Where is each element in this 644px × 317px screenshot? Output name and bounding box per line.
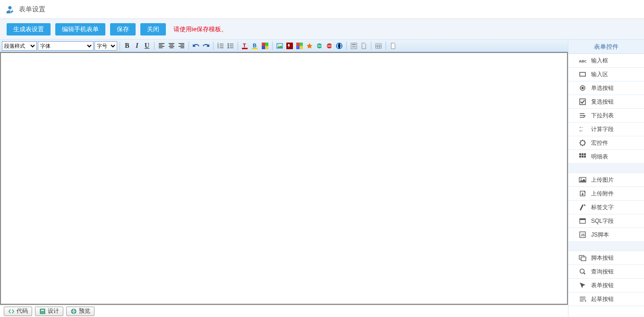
- text-color-icon[interactable]: T: [240, 41, 250, 51]
- bg-color-icon[interactable]: B: [250, 41, 260, 51]
- widget-calc[interactable]: +−×÷计算字段: [568, 123, 644, 136]
- widget-label: 标签文字: [591, 203, 614, 211]
- undo-icon[interactable]: [191, 41, 201, 51]
- attach-icon: [579, 190, 586, 197]
- radio-icon: [579, 84, 586, 92]
- form-settings-icon: [5, 4, 15, 15]
- widget-label[interactable]: 标签文字: [568, 201, 644, 214]
- checkbox-icon: [579, 98, 586, 106]
- italic-icon[interactable]: I: [132, 41, 142, 51]
- preview-view-button[interactable]: 预览: [66, 307, 94, 316]
- calc-icon: +−×÷: [579, 125, 586, 133]
- widget-label: 起草按钮: [591, 295, 614, 303]
- dropdown-icon: [579, 112, 586, 119]
- widget-scriptbtn[interactable]: 脚本按钮: [568, 251, 644, 265]
- page-icon[interactable]: [359, 41, 369, 51]
- detail-icon: [579, 153, 586, 160]
- redo-icon[interactable]: [201, 41, 211, 51]
- widget-radio[interactable]: 单选按钮: [568, 81, 644, 95]
- color-picker-icon[interactable]: [260, 41, 270, 51]
- flash-icon[interactable]: [285, 41, 294, 51]
- widget-detail[interactable]: 明细表: [568, 150, 644, 164]
- widget-label: 宏控件: [591, 139, 608, 147]
- svg-point-5: [228, 47, 229, 48]
- label-icon: [579, 203, 586, 211]
- svg-rect-39: [580, 99, 585, 105]
- font-family-select[interactable]: 字体: [38, 41, 94, 51]
- widget-formbtn[interactable]: 表单按钮: [568, 279, 644, 292]
- widget-image[interactable]: 上传图片: [568, 173, 644, 187]
- widget-js[interactable]: JSJS脚本: [568, 228, 644, 242]
- code-view-button[interactable]: 代码: [4, 307, 32, 316]
- svg-point-4: [228, 45, 229, 46]
- link-icon[interactable]: [335, 41, 344, 51]
- sidebar-separator: [568, 242, 644, 251]
- macro-icon: [579, 139, 586, 147]
- editor-canvas[interactable]: [0, 52, 568, 305]
- widget-sidebar: 表单控件 ABC输入框输入区单选按钮复选按钮下拉列表+−×÷计算字段宏控件明细表…: [568, 40, 644, 317]
- template-icon[interactable]: [349, 41, 359, 51]
- media-icon[interactable]: [295, 41, 304, 51]
- unordered-list-icon[interactable]: [226, 41, 235, 51]
- svg-rect-18: [300, 43, 303, 46]
- font-size-select[interactable]: 字号: [94, 41, 117, 51]
- web-component-icon[interactable]: WEB: [315, 41, 324, 51]
- svg-rect-57: [581, 257, 586, 261]
- svg-text:+−: +−: [579, 126, 583, 129]
- svg-text:ABC: ABC: [579, 59, 586, 63]
- svg-point-58: [580, 269, 584, 273]
- scriptbtn-icon: [579, 254, 586, 262]
- svg-rect-47: [582, 156, 584, 158]
- generate-table-button[interactable]: 生成表设置: [7, 23, 51, 35]
- align-right-icon[interactable]: [177, 41, 186, 51]
- edit-mobile-form-button[interactable]: 编辑手机表单: [55, 23, 105, 35]
- widget-label: JS脚本: [591, 231, 609, 239]
- align-left-icon[interactable]: [157, 41, 166, 51]
- svg-point-15: [278, 44, 279, 45]
- widget-dropdown[interactable]: 下拉列表: [568, 109, 644, 123]
- widget-draftbtn[interactable]: 起草按钮: [568, 292, 644, 306]
- design-view-button[interactable]: 设计: [35, 307, 63, 316]
- svg-rect-48: [584, 156, 586, 158]
- page-header: 表单设置: [0, 0, 644, 19]
- svg-text:×÷: ×÷: [579, 129, 583, 132]
- sql-icon: [579, 217, 586, 225]
- web-red-icon[interactable]: WEB: [325, 41, 334, 51]
- widget-attach[interactable]: 上传附件: [568, 187, 644, 201]
- widget-macro[interactable]: 宏控件: [568, 136, 644, 150]
- querybtn-icon: [579, 268, 586, 275]
- widget-checkbox[interactable]: 复选按钮: [568, 95, 644, 109]
- close-button[interactable]: 关闭: [140, 23, 166, 35]
- save-button[interactable]: 保存: [110, 23, 136, 35]
- svg-text:B: B: [253, 43, 257, 48]
- svg-rect-33: [41, 310, 44, 311]
- image-icon[interactable]: [275, 41, 284, 51]
- table-icon[interactable]: [374, 41, 383, 51]
- widget-textarea[interactable]: 输入区: [568, 68, 644, 81]
- widget-label: 下拉列表: [591, 112, 614, 120]
- ordered-list-icon[interactable]: 123: [216, 41, 225, 51]
- new-page-icon[interactable]: [388, 41, 398, 51]
- widget-label: 上传图片: [591, 176, 614, 184]
- widget-querybtn[interactable]: 查询按钮: [568, 265, 644, 279]
- svg-rect-44: [582, 153, 584, 155]
- ie-warning-text: 请使用ie保存模板。: [173, 25, 227, 34]
- editor-toolbar: 段落样式 字体 字号 B I U 123: [0, 40, 568, 52]
- svg-rect-27: [352, 44, 356, 45]
- page-title: 表单设置: [19, 5, 45, 14]
- svg-point-3: [228, 43, 229, 44]
- paragraph-style-select[interactable]: 段落样式: [2, 41, 37, 51]
- special-char-icon[interactable]: [305, 41, 314, 51]
- svg-rect-17: [296, 43, 300, 46]
- svg-rect-45: [584, 153, 586, 155]
- widget-label: 计算字段: [591, 125, 614, 133]
- widget-label: 复选按钮: [591, 98, 614, 106]
- widget-sql[interactable]: SQL字段: [568, 214, 644, 228]
- bold-icon[interactable]: B: [122, 41, 132, 51]
- sidebar-separator: [568, 164, 644, 173]
- widget-textbox[interactable]: ABC输入框: [568, 54, 644, 68]
- svg-rect-12: [262, 46, 265, 49]
- underline-icon[interactable]: U: [142, 41, 152, 51]
- action-bar: 生成表设置 编辑手机表单 保存 关闭 请使用ie保存模板。: [0, 19, 644, 40]
- align-center-icon[interactable]: [167, 41, 176, 51]
